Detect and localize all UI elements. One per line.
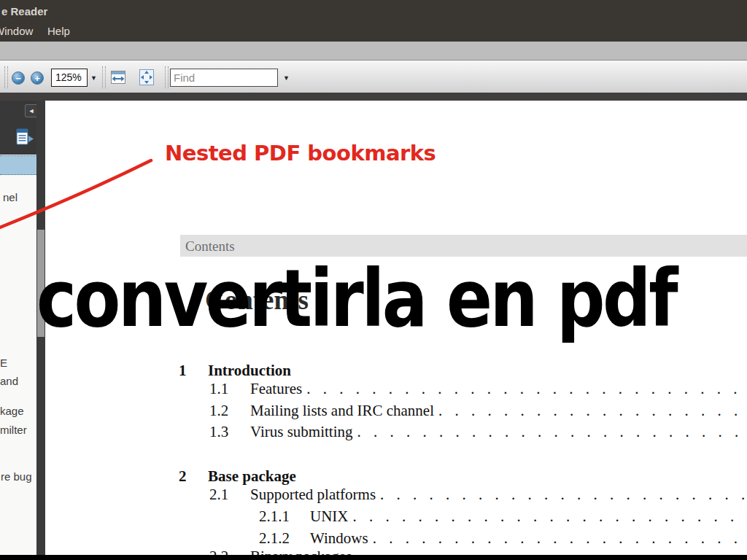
toc-entry[interactable]: 1.2 Mailing lists and IRC channel bbox=[45, 402, 747, 420]
pane-top-border bbox=[0, 93, 747, 101]
toc-entry-title: Virus submitting bbox=[250, 423, 353, 441]
toc-leader-dots bbox=[306, 380, 747, 396]
toc-leader-dots bbox=[295, 359, 747, 376]
toc-entry-number: 1.2 bbox=[209, 402, 250, 420]
toc-entry[interactable]: 1.1 Features bbox=[45, 380, 747, 398]
toc-entry[interactable]: 2.1.2 Windows bbox=[45, 529, 747, 548]
toolbar-grip[interactable] bbox=[4, 66, 8, 88]
toolbar-empty-band bbox=[0, 42, 747, 61]
toc-entry-title: Supported platforms bbox=[250, 486, 376, 504]
toc-entry[interactable]: 2.1 Supported platforms bbox=[45, 486, 747, 504]
zoom-dropdown-caret-icon[interactable]: ▼ bbox=[90, 74, 97, 82]
toolbar-grip[interactable] bbox=[102, 66, 106, 88]
titlebar: e Reader bbox=[0, 0, 747, 22]
menu-window[interactable]: Window bbox=[0, 25, 33, 37]
toc-entry-title: Introduction bbox=[208, 362, 291, 380]
bookmark-item[interactable]: nel bbox=[3, 191, 18, 203]
toc-leader-dots bbox=[353, 508, 747, 524]
menubar: Window Help bbox=[0, 22, 747, 42]
toolbar-grip[interactable] bbox=[165, 66, 169, 88]
toc-entry-number: 2.1 bbox=[209, 486, 250, 504]
toc-entry[interactable]: 2.1.1 UNIX bbox=[45, 508, 747, 526]
toc-entry-title: UNIX bbox=[310, 508, 349, 526]
toc-entry-number: 2.1.2 bbox=[259, 529, 310, 548]
toc-entry-number: 1.3 bbox=[209, 423, 250, 441]
toc-entry-title: Base package bbox=[208, 467, 296, 486]
bookmarks-panel-icon[interactable] bbox=[14, 128, 34, 150]
toc-leader-dots bbox=[438, 402, 747, 418]
annotation-label: Nested PDF bookmarks bbox=[165, 141, 436, 166]
toc-entry-title: Windows bbox=[310, 529, 368, 548]
window-title: e Reader bbox=[1, 5, 47, 18]
toc-entry-number: 1.1 bbox=[209, 380, 250, 398]
overlay-caption: convertirla en pdf bbox=[36, 260, 676, 338]
toc-entry-number: 1 bbox=[179, 362, 208, 380]
bottom-letterbox-bar bbox=[0, 555, 747, 560]
toc-leader-dots bbox=[357, 423, 747, 439]
fit-width-icon bbox=[110, 68, 126, 87]
menu-help[interactable]: Help bbox=[47, 25, 70, 37]
fit-width-button[interactable] bbox=[110, 68, 126, 87]
toc-leader-dots bbox=[301, 465, 747, 481]
toc-entry[interactable]: 2 Base package bbox=[45, 465, 747, 486]
bookmark-item[interactable]: and bbox=[0, 375, 18, 387]
fit-page-button[interactable] bbox=[139, 68, 155, 87]
toc-entry-number: 2.1.1 bbox=[259, 508, 310, 526]
find-dropdown-caret-icon[interactable]: ▼ bbox=[283, 74, 290, 82]
selected-bookmark-row[interactable] bbox=[0, 155, 36, 175]
toc-entry-title: Features bbox=[250, 380, 302, 398]
toc-leader-dots bbox=[380, 486, 747, 502]
zoom-level-select[interactable]: 125% bbox=[51, 69, 88, 87]
fit-page-icon bbox=[139, 68, 155, 87]
toc-entry-number: 2 bbox=[179, 467, 208, 486]
pdf-reader-window: e Reader Window Help − + 125% ▼ ▼ bbox=[0, 0, 747, 560]
toc-entry[interactable]: 1 Introduction bbox=[45, 359, 747, 380]
bookmark-item[interactable]: kage bbox=[0, 405, 24, 417]
zoom-in-button[interactable]: + bbox=[31, 71, 44, 85]
toc-entry[interactable]: 1.3 Virus submitting bbox=[45, 423, 747, 441]
zoom-out-button[interactable]: − bbox=[12, 71, 25, 85]
toc-entry-title: Mailing lists and IRC channel bbox=[250, 402, 434, 420]
bookmark-item[interactable]: milter bbox=[0, 424, 27, 436]
bookmark-item[interactable]: E bbox=[0, 357, 7, 369]
toc-leader-dots bbox=[373, 529, 747, 545]
bookmark-item[interactable]: re bug bbox=[1, 470, 32, 483]
find-input[interactable] bbox=[170, 69, 278, 87]
